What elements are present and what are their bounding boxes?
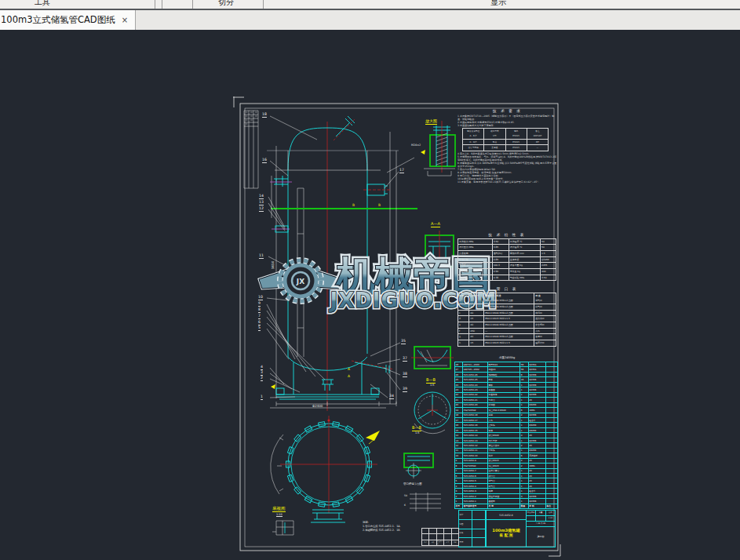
callout: 7 <box>258 315 261 319</box>
bom-caption: 总重2455kg <box>499 356 515 359</box>
menu-item-tools[interactable]: 工具 <box>35 0 50 8</box>
menu-item-split[interactable]: 切分 <box>218 0 234 8</box>
dim-diameter: Φ2400 <box>312 404 323 408</box>
detail-note: M24×2 <box>411 144 421 147</box>
section-mark-b: B <box>352 204 355 207</box>
technical-requirements: 技 术 要 求 1.本设备按GB/T4710—2005《钢制压力容器》及《固定式… <box>457 109 557 184</box>
detail-title: A—A <box>431 222 440 227</box>
svg-text:6: 6 <box>404 504 406 507</box>
nozzle-table: 管 口 表 符号公称尺寸连接尺寸、标准用 途 a40PN4.0 DN40 M39… <box>457 287 556 347</box>
cad-application-window: 工具 切分 显示 100m3立式储氢管CAD图纸 × <box>0 0 740 560</box>
callout: 35 <box>401 340 406 344</box>
callout: 10 <box>258 296 263 300</box>
revision-strip <box>244 111 258 188</box>
callout: 17 <box>399 169 404 173</box>
menu-bar: 工具 切分 显示 <box>0 0 740 10</box>
close-icon[interactable]: × <box>122 16 128 24</box>
callout: 2 <box>261 376 263 381</box>
callout: 1 <box>261 395 263 400</box>
drawing-title: 100m3储氢罐 装 配 图 <box>487 520 526 547</box>
callout: 16 <box>262 158 267 163</box>
svg-text:50: 50 <box>404 494 407 497</box>
document-tab[interactable]: 100m3立式储氢管CAD图纸 × <box>0 10 136 30</box>
section-scale: 1:5 <box>415 432 419 435</box>
cad-drawing: 50 6 Φ2400 5650 JX 机械帝国 <box>0 30 740 560</box>
notes-lines-top: 1.本设备按GB/T4710—2005《钢制压力容器》及《固定式压力容器安全技术… <box>457 115 557 127</box>
bottom-notes: 说明:1.管口方位按 515-0452-1、1A。2.基础螺栓按 515-045… <box>363 521 424 532</box>
cad-viewport[interactable]: 50 6 Φ2400 5650 JX 机械帝国 <box>0 30 740 560</box>
weld-detail-label: 管口焊缝节点图 <box>403 483 422 485</box>
notes-lines-rest: 4.容器上A、B类焊接接头对口错边量b≤1.5mm,棱角度E≤2.5mm。5.焊… <box>457 152 557 184</box>
detail-views: 50 6 <box>404 121 455 511</box>
section-mark-b: B <box>378 204 381 207</box>
callout: 9 <box>258 302 261 307</box>
detail-title: 放大图 <box>425 119 437 125</box>
notes-title: 技 术 要 求 <box>457 109 557 113</box>
weld-table: 焊接接头部位坡口型式焊条备注 A、B类V型E5015100%RTC、D类角接E5… <box>462 128 549 151</box>
tech-characteristics: 技 术 特 性 表 工作压力 MPa3.50工作温度 ℃50设计压力 MPa3.… <box>457 233 556 281</box>
callout: 38 <box>403 373 407 377</box>
callout: 5 <box>258 326 261 331</box>
menu-separator <box>263 0 264 9</box>
title-block: 设计制图校核审定 515-0452-0 100m3储氢罐 装 配 图 阶段标记质… <box>458 510 556 547</box>
callout: 8 <box>258 308 261 313</box>
section-title: B—B <box>412 426 421 431</box>
callout: 14 <box>259 195 264 199</box>
callout: 39 <box>403 387 407 392</box>
vessel-plan-view <box>271 416 380 535</box>
tab-title: 100m3立式储氢管CAD图纸 <box>1 14 115 26</box>
drawing-code: 515-0452-0 <box>487 511 526 520</box>
callout: 12 <box>259 207 264 212</box>
menu-item-display[interactable]: 显示 <box>490 0 506 8</box>
drawing-stage: 施工图 <box>527 527 555 547</box>
revision-table: 标记处数更改文件号签字日期 <box>421 528 459 546</box>
bom-table: 28GB/T41—2000螺母M2456Q235A27GB/T95—2002垫圈… <box>454 362 558 509</box>
callout: 34 <box>389 395 394 399</box>
menu-separator <box>155 0 155 9</box>
sheet-count: 共1张 第1张 <box>527 522 555 526</box>
callout: 13 <box>259 201 264 205</box>
drawing-scale: 1:10 <box>546 516 555 521</box>
callout: 18 <box>262 113 267 118</box>
plan-view-scale: 1:10 <box>276 514 283 517</box>
menu-separator <box>192 0 193 9</box>
section-mark-a: A <box>348 368 350 371</box>
plan-view-title: 底视图 <box>272 507 286 512</box>
dim-height: 5650 <box>271 260 275 269</box>
section-scale: 1:5 <box>430 384 434 387</box>
section-mark-a: A <box>348 375 350 378</box>
watermark-logo-text: JX <box>296 278 304 285</box>
callout: 11 <box>259 254 264 259</box>
tab-bar: 100m3立式储氢管CAD图纸 × <box>0 10 740 30</box>
menu-separator <box>162 0 162 9</box>
section-title: B—B <box>426 378 436 384</box>
callout: 37 <box>403 357 407 362</box>
